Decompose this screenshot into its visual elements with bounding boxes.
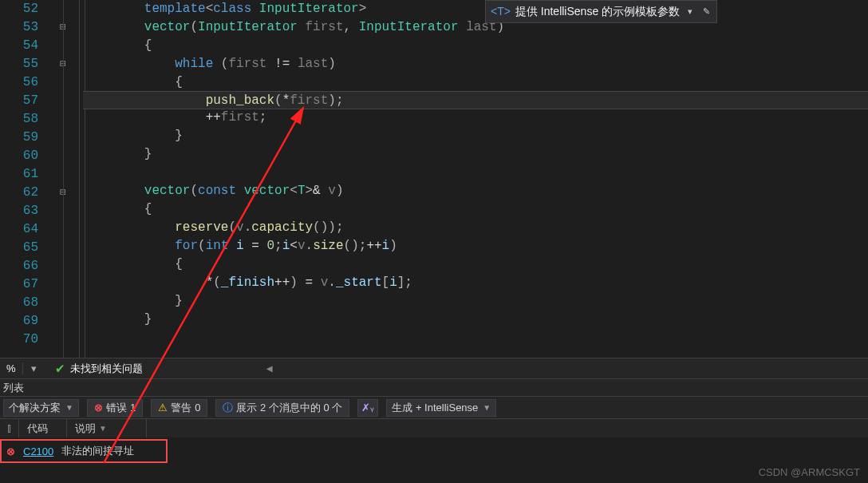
- line-number: 60: [0, 147, 38, 165]
- error-row[interactable]: ⊗ C2100 非法的间接寻址: [0, 439, 168, 463]
- check-icon: ✔: [55, 362, 65, 376]
- code-line[interactable]: ++first;: [83, 109, 868, 127]
- fold-toggle[interactable]: ⊟: [48, 18, 78, 37]
- code-line[interactable]: template<class InputIterator>: [83, 0, 868, 18]
- line-number: 56: [0, 73, 38, 92]
- warning-icon: ⚠: [158, 402, 168, 414]
- panel-header: 列表: [0, 378, 868, 396]
- errors-filter[interactable]: ⊗ 错误 1: [87, 399, 143, 417]
- build-filter[interactable]: ✗ᵧ: [357, 399, 378, 417]
- code-line[interactable]: vector(const vector<T>& v): [83, 182, 868, 200]
- code-line[interactable]: [83, 164, 868, 182]
- line-number: 67: [0, 275, 38, 294]
- line-number: 64: [0, 220, 38, 239]
- solution-dropdown[interactable]: 个解决方案 ▼: [3, 399, 79, 417]
- fold-column[interactable]: ⊟ ⊟ ⊟: [48, 0, 78, 358]
- code-line[interactable]: vector(InputIterator first, InputIterato…: [83, 18, 868, 37]
- zoom-level[interactable]: %: [0, 362, 23, 374]
- line-number: 69: [0, 312, 38, 331]
- line-number: 52: [0, 0, 38, 18]
- fold-toggle[interactable]: ⊟: [48, 55, 78, 73]
- sort-icon[interactable]: [8, 425, 10, 433]
- code-line[interactable]: }: [83, 145, 868, 164]
- error-icon: ⊗: [94, 402, 103, 414]
- fold-toggle[interactable]: ⊟: [48, 184, 78, 202]
- line-number: 57: [0, 92, 38, 110]
- status-bar: % ▾ ✔ 未找到相关问题 ◄: [0, 358, 868, 378]
- line-number: 54: [0, 37, 38, 55]
- code-line[interactable]: {: [83, 37, 868, 55]
- code-line[interactable]: {: [83, 73, 868, 92]
- line-number: 59: [0, 129, 38, 147]
- code-line[interactable]: reserve(v.capacity());: [83, 219, 868, 237]
- code-line[interactable]: }: [83, 311, 868, 329]
- col-code[interactable]: 代码: [19, 419, 67, 437]
- code-line[interactable]: *(_finish++) = v._start[i];: [83, 274, 868, 292]
- scroll-left-icon[interactable]: ◄: [262, 362, 277, 374]
- code-line[interactable]: [83, 329, 868, 347]
- info-icon: ⓘ: [223, 401, 233, 415]
- no-issues-label: 未找到相关问题: [70, 362, 143, 376]
- pin-icon[interactable]: ✎: [700, 6, 712, 18]
- messages-filter[interactable]: ⓘ 展示 2 个消息中的 0 个: [215, 399, 349, 417]
- chevron-down-icon: ▼: [65, 403, 73, 412]
- col-desc[interactable]: 说明▼: [67, 419, 147, 437]
- line-number: 66: [0, 257, 38, 275]
- line-number: 58: [0, 110, 38, 129]
- error-filter-bar: 个解决方案 ▼ ⊗ 错误 1 ⚠ 警告 0 ⓘ 展示 2 个消息中的 0 个 ✗…: [0, 396, 868, 418]
- line-number: 62: [0, 184, 38, 202]
- code-line[interactable]: }: [83, 292, 868, 311]
- code-line[interactable]: }: [83, 127, 868, 145]
- code-line[interactable]: {: [83, 255, 868, 274]
- dropdown-icon[interactable]: ▾: [23, 362, 45, 374]
- watermark: CSDN @ARMCSKGT: [759, 466, 860, 478]
- line-number: 55: [0, 55, 38, 73]
- dropdown-icon[interactable]: ▾: [685, 6, 696, 18]
- line-number: 53: [0, 18, 38, 37]
- code-line-current[interactable]: push_back(*first);: [83, 91, 868, 109]
- intellisense-tooltip[interactable]: <T> 提供 IntelliSense 的示例模板参数 ▾ ✎: [485, 0, 717, 23]
- code-line[interactable]: {: [83, 200, 868, 219]
- code-line[interactable]: while (first != last): [83, 55, 868, 73]
- error-description: 非法的间接寻址: [61, 444, 134, 458]
- line-number-gutter: 52 53 54 55 56 57 58 59 60 61 62 63 64 6…: [0, 0, 48, 358]
- line-number: 65: [0, 239, 38, 257]
- error-table-header: 代码 说明▼: [0, 418, 868, 437]
- build-mode-dropdown[interactable]: 生成 + IntelliSense ▼: [386, 399, 496, 417]
- template-param-icon: <T>: [491, 2, 511, 21]
- code-content[interactable]: template<class InputIterator> vector(Inp…: [78, 0, 868, 358]
- code-line[interactable]: for(int i = 0;i<v.size();++i): [83, 237, 868, 255]
- line-number: 61: [0, 165, 38, 184]
- warnings-filter[interactable]: ⚠ 警告 0: [151, 399, 207, 417]
- chevron-down-icon: ▼: [483, 403, 491, 412]
- error-icon: ⊗: [6, 445, 15, 457]
- line-number: 68: [0, 294, 38, 312]
- error-code-link[interactable]: C2100: [23, 445, 53, 457]
- code-editor[interactable]: 52 53 54 55 56 57 58 59 60 61 62 63 64 6…: [0, 0, 868, 358]
- filter-icon: ✗ᵧ: [361, 402, 374, 414]
- line-number: 70: [0, 331, 38, 349]
- line-number: 63: [0, 202, 38, 220]
